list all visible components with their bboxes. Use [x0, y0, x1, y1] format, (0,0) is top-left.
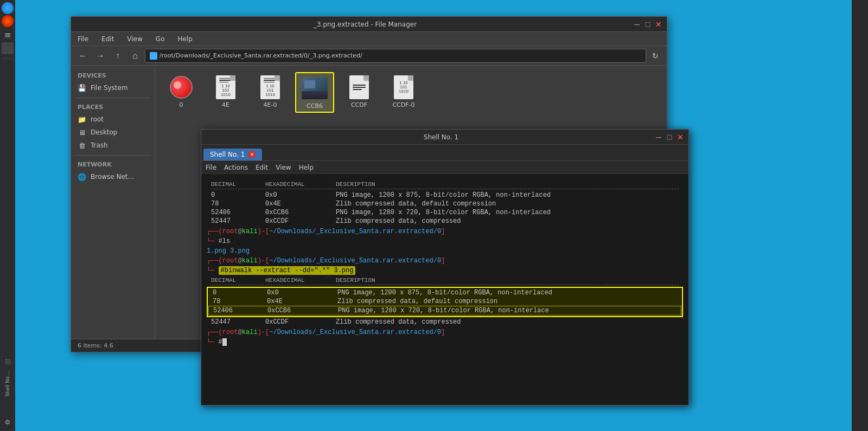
sidebar-divider-2 [75, 155, 150, 156]
sidebar-item-trash-label: Trash [91, 141, 108, 149]
shell-tab-label: Shell No. 1 [210, 151, 245, 158]
window-controls: ─ □ ✕ [633, 21, 662, 28]
t2r2-decimal: 52406 [213, 307, 267, 314]
shell-tab-1[interactable]: Shell No. 1 ✕ [203, 149, 262, 160]
sidebar-item-root[interactable]: 📁 root [71, 113, 155, 126]
shell-minimize-button[interactable]: ─ [655, 133, 662, 141]
menu-view[interactable]: View [125, 34, 144, 44]
cmd-line-3: └─ # [207, 338, 683, 346]
sidebar-item-filesystem-label: File System [91, 84, 128, 92]
t1r2-decimal: 52406 [211, 209, 265, 216]
table1-row-0: 0 0x0 PNG image, 1200 x 875, 8-bit/color… [207, 191, 683, 200]
taskbar-icon-2[interactable]: ≡ [1, 28, 14, 41]
shell-titlebar: Shell No. 1 ─ □ ✕ [201, 130, 688, 145]
taskbar-icon-1[interactable] [2, 2, 14, 14]
table1-row-1: 78 0x4E Zlib compressed data, default co… [207, 200, 683, 208]
table1-row-2: 52406 0xCCB6 PNG image, 1280 x 720, 8-bi… [207, 208, 683, 217]
table1-header: DECIMAL HEXADECIMAL DESCRIPTION [207, 181, 683, 188]
taskbar-icon-shell[interactable]: ⬛ [1, 355, 14, 368]
menu-edit[interactable]: Edit [99, 34, 116, 44]
shell-maximize-button[interactable]: □ [666, 133, 673, 141]
taskbar-icon-3[interactable] [2, 42, 14, 54]
sidebar: DEVICES 💾 File System PLACES 📁 root 🖥 De… [71, 66, 155, 339]
status-text: 6 items: 4.6 [78, 342, 113, 349]
terminal-content[interactable]: DECIMAL HEXADECIMAL DESCRIPTION 0 0x0 PN… [201, 174, 688, 405]
panel-right [852, 0, 868, 431]
filesystem-icon: 💾 [78, 83, 86, 92]
t1r0-decimal: 0 [211, 191, 265, 199]
taskbar-icon-settings[interactable]: ⚙ [1, 416, 14, 429]
shell-menu-actions[interactable]: Actions [224, 164, 248, 171]
menu-go[interactable]: Go [154, 34, 167, 44]
shell-menu-view[interactable]: View [276, 164, 291, 171]
t1r3-hex: 0xCCDF [265, 217, 336, 225]
shell-menu-help[interactable]: Help [299, 164, 314, 171]
trash-icon: 🗑 [78, 141, 86, 150]
up-button[interactable]: ↑ [110, 48, 125, 63]
file-item-ccdf[interactable]: CCDF [340, 72, 379, 113]
shell-menu-file[interactable]: File [206, 164, 216, 171]
shell-window: Shell No. 1 ─ □ ✕ Shell No. 1 ✕ File Act… [201, 129, 689, 406]
t1r0-desc: PNG image, 1200 x 875, 8-bit/color RGBA,… [336, 191, 679, 199]
file-icon-ccb6 [302, 75, 328, 101]
t2r2-desc: PNG image, 1280 x 720, 8-bit/color RGBA,… [338, 307, 676, 314]
taskbar-shell-label: Shell No.... [5, 370, 10, 396]
file-icon-4e: 1 101011010 [213, 74, 239, 100]
table2-col2: HEXADECIMAL [265, 277, 336, 284]
file-name-ccdf: CCDF [351, 101, 367, 108]
t1r1-decimal: 78 [211, 200, 265, 208]
file-item-4e0[interactable]: 1 101011010 4E-0 [251, 72, 290, 113]
sidebar-item-desktop-label: Desktop [91, 128, 118, 136]
prompt1-bracket1: ┌──( [207, 228, 222, 235]
shell-tab-close[interactable]: ✕ [248, 151, 256, 158]
shell-window-controls: ─ □ ✕ [655, 133, 684, 141]
file-item-4e[interactable]: 1 101011010 4E [206, 72, 245, 113]
sidebar-item-desktop[interactable]: 🖥 Desktop [71, 126, 155, 139]
forward-button[interactable]: → [93, 48, 108, 63]
yellow-box-rows: 0 0x0 PNG image, 1200 x 875, 8-bit/color… [207, 287, 683, 317]
menu-help[interactable]: Help [175, 34, 194, 44]
file-icon-0 [168, 74, 194, 100]
root-folder-icon: 📁 [78, 115, 86, 124]
file-icon-ccdf [346, 74, 372, 100]
refresh-button[interactable]: ↻ [648, 49, 662, 63]
t2r2-hex: 0xCCB6 [267, 307, 338, 314]
menu-file[interactable]: File [75, 34, 91, 44]
minimize-button[interactable]: ─ [633, 21, 641, 28]
sidebar-section-places: PLACES [71, 101, 155, 113]
taskbar-left: ≡ ⬛ Shell No.... ⚙ [0, 0, 15, 431]
address-bar[interactable]: /root/Downloads/_Exclusive_Santa.rar.ext… [145, 49, 646, 63]
cmd-line-1: └─ #ls [207, 237, 683, 245]
back-button[interactable]: ← [75, 48, 91, 63]
prompt-line-2: ┌──(root@kali)-[~/Downloads/_Exclusive_S… [207, 257, 683, 265]
network-icon: 🌐 [78, 172, 86, 181]
shell-menu-edit[interactable]: Edit [256, 164, 268, 171]
taskbar-icon-firefox[interactable] [2, 15, 14, 27]
file-item-ccdf0[interactable]: 1 101011010 CCDF-0 [384, 72, 423, 113]
t2r1-decimal: 78 [213, 298, 267, 305]
shell-close-button[interactable]: ✕ [676, 133, 684, 141]
file-name-ccb6: CCB6 [307, 102, 323, 110]
ls-output-text: 1.png 3.png [207, 247, 250, 255]
file-icon-ccdf0: 1 101011010 [391, 74, 417, 100]
prompt-line-1: ┌──(root@kali)-[~/Downloads/_Exclusive_S… [207, 228, 683, 235]
taskbar-icon-4[interactable] [2, 57, 14, 60]
home-button[interactable]: ⌂ [127, 48, 143, 63]
maximize-button[interactable]: □ [644, 21, 652, 28]
sidebar-item-filesystem[interactable]: 💾 File System [71, 81, 155, 94]
sidebar-section-network: NETWORK [71, 159, 155, 170]
sidebar-item-trash[interactable]: 🗑 Trash [71, 139, 155, 152]
cmd1-text: #ls [219, 237, 231, 245]
cursor [222, 338, 227, 346]
t2r0-decimal: 0 [213, 289, 267, 297]
sidebar-divider-1 [75, 98, 150, 98]
file-manager-title: _3.png.extracted - File Manager [97, 21, 633, 28]
table1-row-3: 52447 0xCCDF Zlib compressed data, compr… [207, 217, 683, 226]
sidebar-section-devices: DEVICES [71, 70, 155, 81]
file-item-0[interactable]: 0 [162, 72, 201, 113]
sidebar-item-network[interactable]: 🌐 Browse Net... [71, 170, 155, 183]
close-button[interactable]: ✕ [655, 21, 662, 28]
table2-col1: DECIMAL [211, 277, 265, 284]
file-item-ccb6[interactable]: CCB6 [295, 72, 334, 113]
file-manager-menubar: File Edit View Go Help [71, 32, 667, 46]
